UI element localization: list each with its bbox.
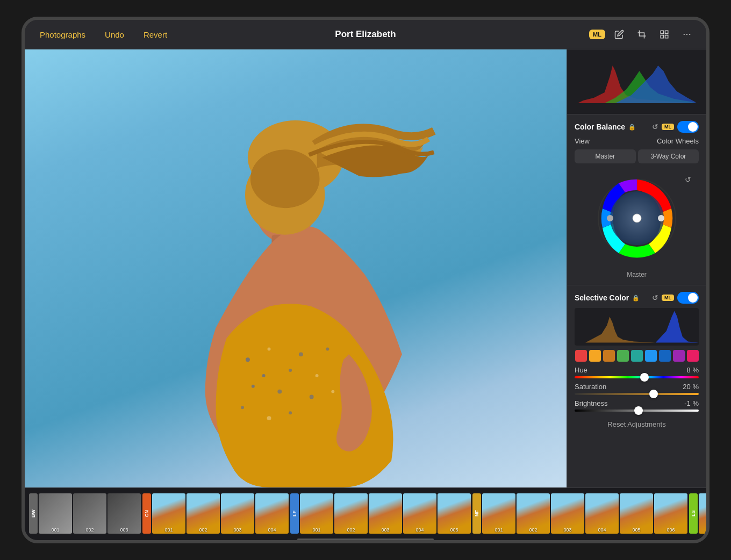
svg-point-16 [268,348,271,351]
ml-badge[interactable]: ML [589,30,605,39]
color-balance-header: Color Balance 🔒 ↺ ML [575,121,699,133]
swatch-orange[interactable] [589,350,601,362]
brightness-slider-row: Brightness -1 % [575,399,699,412]
film-thumb-nf-002[interactable]: 002 [517,493,550,534]
film-thumb-nf-003[interactable]: 003 [551,493,584,534]
view-label: View [575,137,590,145]
svg-rect-3 [661,35,663,38]
saturation-thumb[interactable] [649,390,658,398]
swatch-pink[interactable] [687,350,699,362]
film-thumb-nf-004[interactable]: 004 [585,493,619,534]
film-thumb-nf-005[interactable]: 005 [620,493,653,534]
svg-point-5 [684,34,685,35]
swatch-red[interactable] [575,350,587,362]
film-number: 003 [551,527,584,533]
brightness-value: -1 % [684,399,699,407]
film-thumb-lf-003[interactable]: 003 [369,493,402,534]
ml-badge-color-balance[interactable]: ML [662,124,674,130]
film-thumb-cn-004[interactable]: 004 [255,493,289,534]
color-balance-toggle[interactable] [677,121,699,133]
hue-label-row: Hue 8 % [575,366,699,374]
film-thumb-lf-005[interactable]: 005 [438,493,471,534]
nav-revert[interactable]: Revert [139,28,171,41]
svg-rect-0 [639,33,644,36]
main-content: Color Balance 🔒 ↺ ML View Color Wheels M… [25,49,706,487]
nav-undo[interactable]: Undo [101,28,128,41]
film-thumb-lf-002[interactable]: 002 [334,493,368,534]
film-thumb-nf-001[interactable]: 001 [482,493,515,534]
brightness-thumb[interactable] [634,406,643,415]
swatch-dark-blue[interactable] [659,350,671,362]
hue-thumb[interactable] [640,373,649,382]
film-number: 006 [654,527,687,533]
photo-canvas [25,49,567,487]
selective-color-title: Selective Color 🔒 [575,293,640,302]
film-tag-nf: NF [472,493,481,534]
more-icon[interactable] [678,26,696,43]
film-number: 004 [585,527,619,533]
reset-color-balance-icon[interactable]: ↺ [652,123,658,131]
svg-point-27 [250,150,320,209]
film-thumb-bw-002[interactable]: 002 [73,493,106,534]
color-swatches [575,350,699,362]
swatch-blue[interactable] [645,350,657,362]
reset-adjustments-btn[interactable]: Reset Adjustments [575,416,699,433]
ml-badge-sel[interactable]: ML [662,295,674,301]
wheel-label: Master [575,271,699,278]
hue-track[interactable] [575,376,699,378]
svg-point-24 [267,416,271,420]
film-number: 005 [620,527,653,533]
scroll-indicator [25,539,706,540]
svg-point-12 [262,374,266,377]
app-window: Photographs Undo Revert Port Elizabeth M… [22,17,710,543]
saturation-label-row: Saturation 20 % [575,383,699,391]
swatch-green[interactable] [617,350,629,362]
film-thumb-lf-004[interactable]: 004 [403,493,436,534]
tab-3way[interactable]: 3-Way Color [638,149,699,163]
histogram-chart [572,55,701,109]
swatch-purple[interactable] [673,350,685,362]
color-wheel-container: ↺ [575,170,699,269]
film-thumb-ls-001[interactable]: 001 [699,493,706,534]
nav-photographs[interactable]: Photographs [35,28,90,41]
swatch-yellow[interactable] [603,350,615,362]
film-thumb-lf-001[interactable]: 001 [300,493,333,534]
svg-point-11 [246,358,250,362]
film-group-lf: LF 001 002 003 004 005 [290,493,471,534]
svg-rect-4 [665,35,668,38]
film-thumb-cn-002[interactable]: 002 [187,493,220,534]
edit-icon[interactable] [611,26,628,43]
panels-icon[interactable] [656,26,673,43]
selective-color-toggle[interactable] [677,292,699,304]
reset-sel-color-icon[interactable]: ↺ [652,293,658,302]
view-value[interactable]: Color Wheels [657,137,699,145]
svg-point-32 [607,215,613,221]
film-group-bw: BW 001 002 003 [29,493,141,534]
brightness-track[interactable] [575,410,699,412]
film-number: 001 [39,527,72,533]
film-number: 001 [482,527,515,533]
saturation-track[interactable] [575,393,699,395]
film-thumb-bw-001[interactable]: 001 [39,493,72,534]
top-bar-right: ML [476,26,696,43]
film-tag-cn: CN [142,493,151,534]
view-row: View Color Wheels [575,137,699,145]
film-thumb-bw-003[interactable]: 003 [108,493,141,534]
film-thumb-nf-006[interactable]: 006 [654,493,687,534]
color-wheel[interactable] [594,175,680,261]
histogram-area [567,49,706,114]
film-thumb-cn-001[interactable]: 001 [152,493,185,534]
film-group-ls: LS 001 [689,493,706,534]
film-number: 001 [152,527,185,533]
svg-point-6 [686,34,687,35]
color-balance-title: Color Balance 🔒 [575,123,636,131]
reset-wheel-icon[interactable]: ↺ [685,175,691,184]
crop-icon[interactable] [633,26,650,43]
color-balance-controls: ↺ ML [652,121,699,133]
swatch-teal[interactable] [631,350,643,362]
film-thumb-cn-003[interactable]: 003 [221,493,254,534]
selective-color-section: Selective Color 🔒 ↺ ML [567,285,706,439]
svg-point-33 [658,215,664,221]
color-wheel-wrapper [594,175,680,263]
tab-master[interactable]: Master [575,149,636,163]
